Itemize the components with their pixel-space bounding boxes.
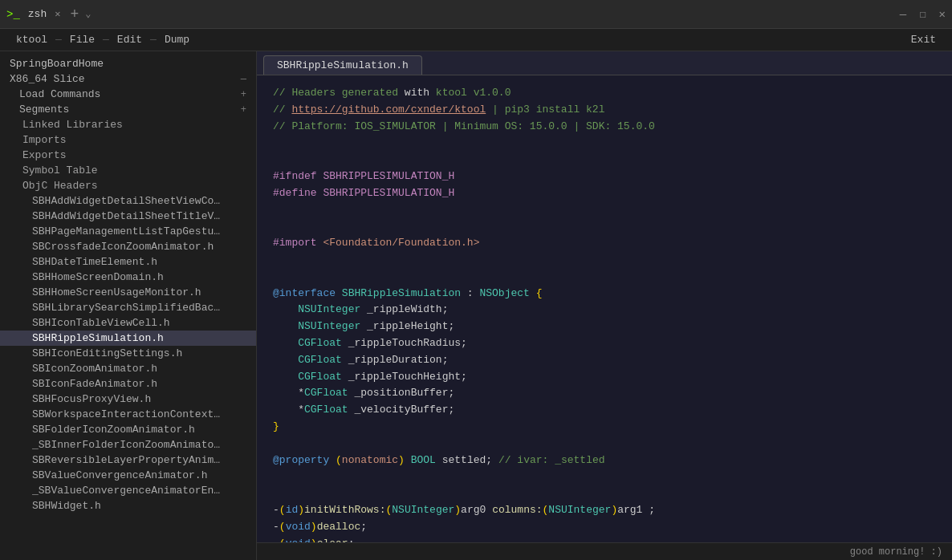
sidebar-symbol-table[interactable]: Symbol Table xyxy=(0,163,256,178)
content-area: SBHRippleSimulation.h // Headers generat… xyxy=(257,51,952,560)
title-bar: >_ zsh ✕ + ⌄ — ☐ ✕ xyxy=(0,0,952,29)
code-line xyxy=(273,485,936,502)
sidebar: SpringBoardHome X86_64 Slice — Load Comm… xyxy=(0,51,257,560)
sidebar-file-item[interactable]: SBHAddWidgetDetailSheetTitleV... xyxy=(0,209,256,224)
menu-edit[interactable]: Edit xyxy=(109,29,150,51)
code-line: CGFloat _rippleDuration; xyxy=(273,352,936,369)
code-line: @interface SBHRippleSimulation : NSObjec… xyxy=(273,286,936,302)
sidebar-file-item[interactable]: SBHIconEditingSettings.h xyxy=(0,346,256,361)
code-line: -(id)initWithRows:(NSUInteger)arg0 colum… xyxy=(273,502,936,519)
close-tab-button[interactable]: ✕ xyxy=(55,8,60,20)
sidebar-file-item[interactable]: SBIconZoomAnimator.h xyxy=(0,361,256,376)
sidebar-objc-headers[interactable]: ObjC Headers xyxy=(0,178,256,193)
sidebar-root[interactable]: SpringBoardHome xyxy=(0,56,256,71)
code-line: #import <Foundation/Foundation.h> xyxy=(273,235,936,252)
sidebar-file-item[interactable]: SBWorkspaceInteractionContext.h xyxy=(0,407,256,422)
code-line xyxy=(273,436,936,452)
sidebar-file-item[interactable]: SBHIconTableViewCell.h xyxy=(0,315,256,331)
code-area: // Headers generated with ktool v1.0.0 /… xyxy=(257,75,952,542)
main-area: SpringBoardHome X86_64 Slice — Load Comm… xyxy=(0,51,952,560)
code-line: // Platform: IOS_SIMULATOR | Minimum OS:… xyxy=(273,119,936,136)
sidebar-segments[interactable]: Segments + xyxy=(0,102,256,117)
sidebar-file-item[interactable]: SBFolderIconZoomAnimator.h xyxy=(0,422,256,437)
menu-sep-1: — xyxy=(55,34,62,46)
sidebar-file-item[interactable]: SBHHomeScreenDomain.h xyxy=(0,270,256,285)
sidebar-file-item[interactable]: SBReversibleLayerPropertyAnim... xyxy=(0,452,256,468)
code-line xyxy=(273,135,936,152)
code-line: CGFloat _rippleTouchRadius; xyxy=(273,335,936,352)
menu-sep-3: — xyxy=(150,34,157,46)
code-line xyxy=(273,469,936,485)
sidebar-file-item[interactable]: SBCrossfadeIconZoomAnimator.h xyxy=(0,239,256,254)
sidebar-file-item[interactable]: SBValueConvergenceAnimator.h xyxy=(0,468,256,483)
menu-dump[interactable]: Dump xyxy=(157,29,197,51)
sidebar-exports[interactable]: Exports xyxy=(0,148,256,163)
tab-bar: SBHRippleSimulation.h xyxy=(257,51,952,75)
code-line: NSUInteger _rippleWidth; xyxy=(273,302,936,319)
sidebar-file-item[interactable]: SBHWidget.h xyxy=(0,498,256,513)
code-line: // https://github.com/cxnder/ktool | pip… xyxy=(273,102,936,119)
code-line: NSUInteger _rippleHeight; xyxy=(273,319,936,335)
code-line: @property (nonatomic) BOOL settled; // i… xyxy=(273,452,936,469)
sidebar-file-item[interactable]: _SBValueConvergenceAnimatorEn... xyxy=(0,483,256,498)
code-line: *CGFloat _positionBuffer; xyxy=(273,385,936,402)
tab-arrow-button[interactable]: ⌄ xyxy=(85,8,91,20)
sidebar-files: SBHAddWidgetDetailSheetViewCo...SBHAddWi… xyxy=(0,193,256,513)
sidebar-load-commands[interactable]: Load Commands + xyxy=(0,87,256,102)
code-line xyxy=(273,269,936,286)
window-controls: — ☐ ✕ xyxy=(900,7,946,21)
code-line: // Headers generated with ktool v1.0.0 xyxy=(273,85,936,102)
sidebar-imports[interactable]: Imports xyxy=(0,132,256,148)
menu-bar: ktool — File — Edit — Dump Exit xyxy=(0,29,952,51)
sidebar-linked-libraries[interactable]: Linked Libraries xyxy=(0,117,256,132)
code-line: -(void)clear; xyxy=(273,536,936,542)
menu-ktool[interactable]: ktool xyxy=(8,29,55,51)
code-line xyxy=(273,202,936,219)
code-line: #ifndef SBHRIPPLESIMULATION_H xyxy=(273,168,936,185)
code-line xyxy=(273,252,936,269)
sidebar-file-item[interactable]: SBHHomeScreenUsageMonitor.h xyxy=(0,285,256,300)
sidebar-file-item[interactable]: _SBInnerFolderIconZoomAnimato... xyxy=(0,437,256,452)
status-bar: good morning! :) xyxy=(257,542,952,560)
terminal-icon: >_ xyxy=(6,8,20,21)
code-line xyxy=(273,218,936,235)
code-line: -(void)dealloc; xyxy=(273,519,936,536)
sidebar-file-item[interactable]: SBHAddWidgetDetailSheetViewCo... xyxy=(0,193,256,209)
code-line: #define SBHRIPPLESIMULATION_H xyxy=(273,185,936,202)
sidebar-file-item[interactable]: SBHLibrarySearchSimplifiedBac... xyxy=(0,300,256,315)
code-line: } xyxy=(273,419,936,436)
minimize-button[interactable]: — xyxy=(900,8,906,21)
sidebar-file-item[interactable]: SBHFocusProxyView.h xyxy=(0,392,256,407)
code-line: CGFloat _rippleTouchHeight; xyxy=(273,369,936,386)
sidebar-file-item[interactable]: SBHPageManagementListTapGestu... xyxy=(0,224,256,239)
menu-exit[interactable]: Exit xyxy=(903,34,944,46)
tab-label: zsh xyxy=(28,8,47,20)
menu-sep-2: — xyxy=(103,34,109,46)
sidebar-file-item[interactable]: SBHDateTimeElement.h xyxy=(0,254,256,270)
code-line: *CGFloat _velocityBuffer; xyxy=(273,402,936,419)
status-text: good morning! :) xyxy=(850,546,942,558)
menu-file[interactable]: File xyxy=(62,29,103,51)
file-tab-sbhripple[interactable]: SBHRippleSimulation.h xyxy=(263,55,422,75)
close-window-button[interactable]: ✕ xyxy=(939,7,946,21)
code-line xyxy=(273,152,936,168)
add-tab-button[interactable]: + xyxy=(70,6,79,22)
sidebar-file-item[interactable]: SBHRippleSimulation.h xyxy=(0,331,256,346)
maximize-button[interactable]: ☐ xyxy=(919,7,926,21)
sidebar-file-item[interactable]: SBIconFadeAnimator.h xyxy=(0,376,256,392)
sidebar-slice[interactable]: X86_64 Slice — xyxy=(0,71,256,87)
